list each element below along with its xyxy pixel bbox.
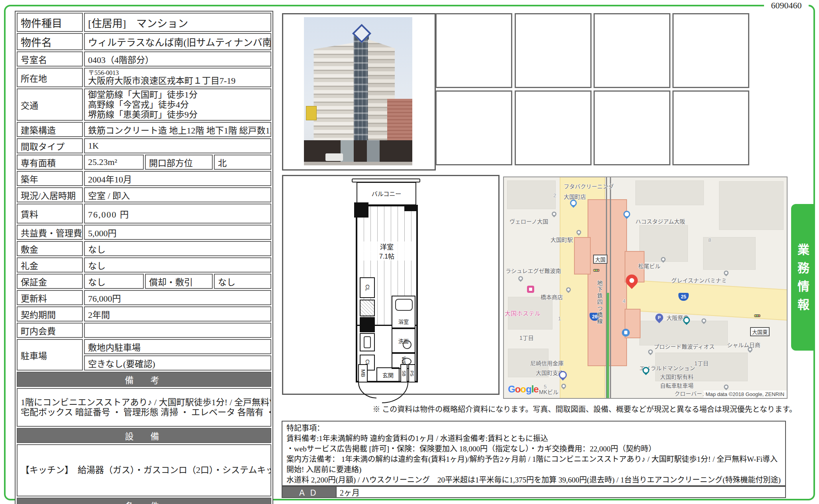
property-table: 物件種目 [住居用] マンション 物件名 ウィルテラスなんば南(旧サムティナンバ… — [15, 11, 273, 504]
access-line: 堺筋線「恵美須町」徒歩9分 — [88, 110, 267, 120]
row-label: 賃料 — [17, 204, 83, 224]
google-logo-letter: o — [515, 384, 521, 394]
row-label: 交通 — [17, 88, 83, 121]
street-sign — [306, 106, 316, 120]
equipment-row: 【キッチン】 給湯器（ガス）・ガスコンロ（2口）・システムキッチン 【水廻り】 … — [17, 444, 271, 496]
equipment-header: 設 備 — [17, 428, 271, 443]
row-label: 共益費・管理費 — [17, 225, 83, 240]
row-label: 敷金 — [17, 241, 83, 256]
remarks-text: 1階にコンビニエンスストアあり♪ / 大国町駅徒歩1分! / 全戸無料W-Fi導… — [17, 388, 271, 427]
section-header-row: 条 件 — [17, 498, 271, 504]
meterbox-label: MB — [358, 364, 368, 382]
row-value-2: なし — [214, 274, 271, 289]
map-pin-icon — [723, 270, 730, 277]
row-label: 更新料 — [17, 290, 83, 305]
row-label-2: 償却・敷引 — [145, 274, 213, 289]
row-value: 御堂筋線「大国町」徒歩1分 高野線「今宮戎」徒歩4分 堺筋線「恵美須町」徒歩9分 — [84, 88, 271, 121]
map-label: 1 — [558, 316, 561, 322]
row-label: 専有面積 — [17, 155, 83, 170]
rail-track — [610, 177, 611, 398]
row-value — [84, 323, 271, 338]
remarks-header: 備 考 — [17, 372, 271, 387]
map-pin-icon — [527, 286, 534, 293]
floorplan: バルコニー 洋室 7.1帖 CL 浴室 洗面 WC CL MB 玄関 SB PS — [282, 175, 500, 395]
row-value: なし — [84, 274, 144, 289]
row-value-2: 北 — [214, 155, 271, 170]
table-row: 賃料 76,000 円 — [17, 204, 271, 224]
row-label: 保証金 — [17, 274, 83, 289]
photo-placeholder — [435, 90, 512, 165]
row-label: 建築構造 — [17, 122, 83, 137]
special-notes-line: 賃料備考:1年未満解約時 違約金賃料の1ヶ月 / 水道料金備考:賃料とともに振込 — [286, 433, 781, 444]
map-label: ラシュレエグゼ難波南 — [506, 267, 561, 275]
address: 大阪府大阪市浪速区戎本町１丁目7-19 — [88, 76, 267, 86]
map-block — [719, 181, 784, 230]
row-value: 2004年10月 — [84, 171, 271, 186]
parked-car — [325, 153, 343, 161]
unit-outline: 洋室 7.1帖 CL 浴室 洗面 WC CL MB 玄関 SB PS — [356, 205, 418, 382]
row-value: [住居用] マンション — [84, 13, 271, 32]
map-label: 大国ホステル — [505, 309, 541, 317]
map-label: フタバクリーニング — [564, 182, 614, 190]
row-value: 5,000円 — [84, 225, 271, 240]
map-label: 尼崎信用金庫 — [530, 359, 564, 367]
google-logo: Google — [508, 384, 539, 395]
rent-value: 76,000 円 — [84, 204, 271, 224]
google-logo-letter: e — [533, 384, 538, 394]
map-label: MKビル — [539, 388, 558, 396]
row-label: 所在地 — [17, 68, 83, 87]
row-label-2: 開口部方位 — [145, 155, 213, 170]
disclaimer-text: ※ この資料は物件の概略紹介資料になります。写真、間取図面、設備、概要などが現況… — [279, 403, 797, 414]
map-pin-icon — [622, 329, 630, 337]
photo-placeholder — [515, 13, 592, 88]
washroom-label: 洗面 — [392, 328, 415, 353]
map-label: 8 — [708, 237, 711, 243]
map-label: 1丁目 — [519, 333, 534, 341]
business-info-tab-label: 業務情報 — [794, 238, 811, 317]
room-label: 洋室 — [357, 241, 416, 251]
row-value: 鉄筋コンクリート造 地上12階 地下1階 総戸数123戸 — [84, 122, 271, 137]
map-label: 2 — [553, 192, 556, 198]
table-row: 現況/入居時期 空室 / 即入 — [17, 187, 271, 202]
row-label: 物件種目 — [17, 13, 83, 32]
table-row: 共益費・管理費 5,000円 — [17, 225, 271, 240]
table-row: 礼金 なし — [17, 257, 271, 273]
row-value: 25.23m² — [84, 155, 144, 170]
pillar — [360, 317, 375, 332]
row-value: 空室 / 即入 — [84, 187, 271, 202]
ad-value: 2ヶ月 — [336, 486, 786, 498]
entrance-label: 玄関 — [376, 367, 400, 382]
map-label: 大国町店 — [564, 192, 586, 200]
brick-building — [387, 99, 412, 143]
balcony: バルコニー — [357, 182, 416, 205]
map-label: 地下鉄四つ橋線 — [596, 280, 603, 325]
building-photo — [304, 17, 412, 165]
google-logo-letter: g — [526, 384, 531, 394]
map-label: 大国町駅有料 — [660, 373, 694, 380]
access-line: 御堂筋線「大国町」徒歩1分 — [88, 90, 267, 100]
map-block — [507, 180, 556, 209]
table-row: 保証金 なし 償却・敷引 なし — [17, 274, 271, 289]
map-label: 自転車駐車場 — [660, 381, 694, 389]
subway-corridor — [574, 237, 591, 275]
photo-placeholder — [594, 13, 670, 88]
pipespace-label: PS — [408, 364, 415, 382]
location-map: Google Map data ©2018 Google, ZENRIN フタバ… — [503, 176, 788, 399]
special-notes-box: 特記事項： 賃料備考:1年未満解約時 違約金賃料の1ヶ月 / 水道料金備考:賃料… — [282, 421, 786, 486]
row-value: 1K — [84, 138, 271, 153]
map-label: 松尾ビル — [638, 262, 660, 270]
row-label: 契約期間 — [17, 306, 83, 322]
kitchen-sink — [360, 333, 375, 351]
row-label: 間取タイプ — [17, 138, 83, 153]
equipment-text: 【キッチン】 給湯器（ガス）・ガスコンロ（2口）・システムキッチン 【水廻り】 … — [17, 444, 271, 496]
pillar — [354, 202, 368, 218]
section-header-row: 備 考 — [17, 372, 271, 387]
row-value: なし — [84, 257, 271, 273]
road — [304, 162, 412, 165]
remarks-line: 1階にコンビニエンスストアあり♪ / 大国町駅徒歩1分! / 全戸無料W-Fi導… — [21, 398, 267, 408]
table-row: 専有面積 25.23m² 開口部方位 北 — [17, 155, 271, 170]
table-row: 間取タイプ 1K — [17, 138, 271, 153]
photo-placeholder — [515, 90, 592, 165]
map-pin-icon: P — [654, 312, 665, 323]
map-label: プロシード難波ディオス — [654, 342, 715, 350]
